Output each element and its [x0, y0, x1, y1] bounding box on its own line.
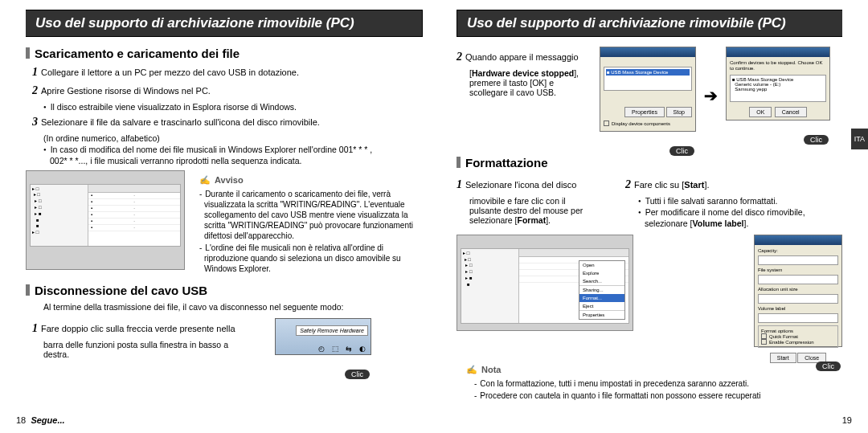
- step-sub: pulsante destro del mouse per: [469, 206, 617, 215]
- bullet: Per modificare il nome del disco rimovib…: [638, 207, 842, 217]
- step-sub: selezionare [Format].selezionare [Format…: [469, 215, 617, 225]
- click-label: Clic: [804, 135, 829, 145]
- safely-remove-tooltip: Safely Remove Hardware: [296, 325, 368, 336]
- step-text: Quando appare il messaggio: [465, 52, 579, 62]
- figure-stop-device-dialog: Confirm devices to be stopped. Choose OK…: [726, 47, 830, 121]
- page-footer-right: 19: [842, 415, 852, 425]
- section-format: Formattazione: [457, 156, 842, 170]
- step-sub: scollegare il cavo USB.: [469, 88, 592, 97]
- explorer-tree: ▸ □ ▸ □ ▸ □ ▸ □ ▸ ■ ■: [461, 249, 519, 323]
- step-sub: [Hardware device stopped],: [469, 68, 592, 78]
- warning-item: L'ordine dei file musicali non è relativ…: [204, 243, 423, 274]
- figure-windows-explorer: ▸ □ ▸ □ ▸ □ ▸ □ ▸ ■ ■ ■▸ □ ▪· ▪· ▪· ▪· ▪…: [26, 170, 185, 270]
- explorer-list: ▪· ▪· ▪· ▪· ▪· ▪·: [88, 185, 180, 246]
- page-footer-left: 18 Segue...: [16, 415, 65, 425]
- click-label: Clic: [669, 146, 694, 156]
- bullet: Il disco estraibile viene visualizzato i…: [43, 102, 423, 112]
- step-sub: (In ordine numerico, alfabetico): [43, 133, 423, 143]
- tray-icons: ◴ ⬚ ⇆ ◐: [318, 345, 368, 353]
- explorer-tree: ▸ □ ▸ □ ▸ □ ▸ □ ▸ ■ ■ ■▸ □: [31, 185, 88, 246]
- figure-format-dialog: Capacity: File system Allocation unit si…: [754, 235, 842, 347]
- bullet: In caso di modifica del nome dei file mu…: [43, 145, 423, 154]
- disconnect-step-2: 2Quando appare il messaggio: [457, 50, 592, 65]
- section-download-upload: Scaricamento e caricamento dei file: [26, 47, 423, 60]
- note-item: Con la formattazione, tutti i menu impos…: [479, 378, 842, 389]
- step-1: 1Collegare il lettore a un PC per mezzo …: [32, 65, 423, 80]
- figure-explorer-format: ▸ □ ▸ □ ▸ □ ▸ □ ▸ ■ ■ Open Explore Searc…: [457, 235, 633, 331]
- arrow-icon: ➔: [704, 86, 718, 105]
- format-step-2: 2Fare clic su [Start].: [625, 178, 842, 193]
- step-text: Selezionare il file da salvare e trascin…: [41, 117, 320, 127]
- note-item: Procedere con cautela in quanto i file f…: [479, 390, 842, 401]
- section-h-text: Formattazione: [465, 156, 548, 170]
- disconnect-step-1: 1Fare doppio clic sulla freccia verde pr…: [32, 321, 267, 337]
- step-text: Selezionare l'icona del disco: [465, 180, 576, 190]
- step-sub: barra delle funzioni posta sulla finestr…: [43, 340, 267, 349]
- click-label: Clic: [816, 362, 841, 371]
- step-sub: 002* * *..., i file musicali verranno ri…: [50, 156, 423, 165]
- right-page: Uso del supporto di archiviazione rimovi…: [434, 0, 868, 433]
- step-text: Fare doppio clic sulla freccia verde pre…: [41, 324, 235, 333]
- language-tab: ITA: [851, 129, 868, 149]
- bullet: Tutti i file salvati saranno formattati.: [638, 196, 842, 206]
- section-h-text: Disconnessione del cavo USB: [35, 284, 207, 297]
- intro-text: Al termine della trasmissione dei file, …: [43, 302, 423, 312]
- right-title: Uso del supporto di archiviazione rimovi…: [457, 10, 842, 37]
- left-title: Uso del supporto di archiviazione rimovi…: [26, 10, 423, 37]
- section-disconnect: Disconnessione del cavo USB: [26, 284, 423, 297]
- step-2: 2Aprire Gestione risorse di Windows nel …: [32, 84, 423, 99]
- click-label: Clic: [345, 370, 370, 379]
- step-sub: destra.: [43, 349, 267, 359]
- figure-safely-remove: Safely Remove Hardware ◴ ⬚ ⇆ ◐: [275, 318, 371, 355]
- section-h-text: Scaricamento e caricamento dei file: [35, 47, 240, 60]
- step-3: 3Selezionare il file da salvare e trasci…: [32, 115, 423, 130]
- format-step-1: 1Selezionare l'icona del disco: [457, 178, 617, 193]
- step-text: Collegare il lettore a un PC per mezzo d…: [41, 67, 299, 77]
- warning-heading: Avviso: [199, 175, 423, 186]
- step-sub: selezionare [Volume label].: [645, 219, 842, 228]
- warning-item: Durante il caricamento o scaricamento de…: [204, 189, 423, 241]
- left-page: Uso del supporto di archiviazione rimovi…: [0, 0, 434, 433]
- explorer-list: Open Explore Search... Sharing... Format…: [519, 249, 628, 323]
- step-text: Aprire Gestione risorse di Windows nel P…: [41, 86, 211, 96]
- figure-safely-remove-dialog: ■ USB Mass Storage Device Properties Sto…: [600, 47, 696, 132]
- step-sub: premere il tasto [OK] e: [469, 78, 592, 88]
- step-sub: rimovibile e fare clic con il: [469, 196, 617, 206]
